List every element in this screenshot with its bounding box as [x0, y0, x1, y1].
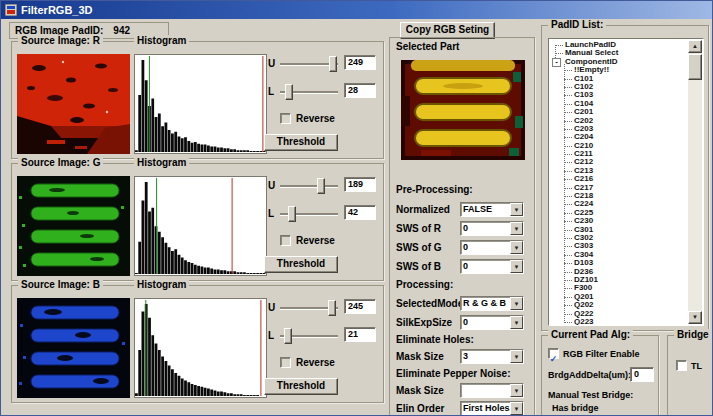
tree-item[interactable]: Q223 [561, 318, 686, 326]
u-slider-r[interactable] [280, 56, 338, 72]
chevron-down-icon[interactable]: ▼ [510, 260, 523, 273]
scroll-thumb[interactable] [688, 54, 702, 80]
eliminate-pepper-title: Eliminate Pepper Noise: [396, 368, 510, 379]
u-value-field-b[interactable]: 245 [344, 299, 376, 314]
histogram-g [134, 176, 267, 276]
chevron-down-icon[interactable]: ▼ [510, 402, 523, 415]
slider-thumb[interactable] [328, 300, 336, 316]
selected-part-panel: Selected Part Pre-Processing: Normalized… [389, 37, 535, 416]
slider-thumb[interactable] [317, 178, 325, 194]
chevron-down-icon[interactable]: ▼ [510, 316, 523, 329]
mask-size-holes-value: 3 [463, 351, 468, 361]
padid-tree-inner: LaunchPadIDManual Select-ComponentID!!Em… [552, 41, 686, 325]
source-image-b-caption: Source Image: B [18, 279, 103, 290]
l-slider-g[interactable] [280, 206, 338, 222]
l-slider-label: L [268, 330, 274, 341]
normalized-label: Normalized [396, 204, 450, 215]
tl-checkbox[interactable] [676, 360, 687, 371]
normalized-value: FALSE [463, 204, 492, 214]
mask-size-holes-label: Mask Size [396, 351, 444, 362]
sws-g-select[interactable]: 0 ▼ [460, 240, 524, 255]
selected-part-image [401, 60, 525, 160]
window-title: FilterRGB_3D [21, 4, 93, 16]
threshold-button-b[interactable]: Threshold [264, 378, 338, 395]
has-bridge-value: Has bridge [552, 403, 599, 413]
slider-track[interactable] [280, 185, 338, 188]
selected-mode-label: SelectedMode [396, 298, 463, 309]
normalized-select[interactable]: FALSE ▼ [460, 202, 524, 217]
pad-id-list-group: PadID List: LaunchPadIDManual Select-Com… [541, 25, 709, 331]
source-image-r-caption: Source Image: R [18, 35, 103, 46]
u-slider-g[interactable] [280, 178, 338, 194]
chevron-down-icon[interactable]: ▼ [510, 350, 523, 363]
mask-size-pepper-select[interactable]: ▼ [460, 383, 524, 398]
source-image-g-group: Source Image: G Histogram [11, 163, 384, 281]
sws-g-value: 0 [463, 242, 468, 252]
bridge-delta-field[interactable]: 0 [630, 367, 654, 382]
preprocessing-title: Pre-Processing: [396, 184, 473, 195]
tl-label: TL [691, 361, 702, 371]
pad-id-list-caption: PadID List: [548, 19, 606, 30]
bridge-group: Bridge TL [667, 335, 713, 416]
source-image-r [17, 54, 130, 154]
histogram-bars [135, 182, 266, 274]
selected-mode-select[interactable]: R & G & B ▼ [460, 296, 524, 311]
source-image-g-caption: Source Image: G [18, 157, 103, 168]
sws-b-select[interactable]: 0 ▼ [460, 259, 524, 274]
u-slider-b[interactable] [280, 300, 338, 316]
l-slider-label: L [268, 86, 274, 97]
selected-mode-value: R & G & B [463, 298, 506, 308]
sws-r-value: 0 [463, 223, 468, 233]
l-slider-r[interactable] [280, 84, 338, 100]
chevron-down-icon[interactable]: ▼ [510, 384, 523, 397]
sws-r-select[interactable]: 0 ▼ [460, 221, 524, 236]
chevron-down-icon[interactable]: ▼ [510, 241, 523, 254]
current-pad-alg-caption: Current Pad Alg: [548, 329, 633, 340]
current-pad-alg-group: Current Pad Alg: RGB Filter Enable BrdgA… [541, 335, 659, 416]
histogram-r [134, 54, 267, 154]
elin-order-select[interactable]: First Holes, ▼ [460, 401, 524, 416]
sws-r-label: SWS of R [396, 223, 441, 234]
reverse-label: Reverse [296, 113, 335, 124]
l-slider-label: L [268, 208, 274, 219]
l-value-field-g[interactable]: 42 [344, 205, 376, 220]
l-slider-b[interactable] [280, 328, 338, 344]
scroll-up-button[interactable]: ▲ [688, 40, 702, 53]
silk-exp-size-select[interactable]: 0 ▼ [460, 315, 524, 330]
threshold-button-g[interactable]: Threshold [264, 256, 338, 273]
l-value-field-b[interactable]: 21 [344, 327, 376, 342]
chevron-down-icon[interactable]: ▼ [510, 297, 523, 310]
title-bar: FilterRGB_3D [1, 1, 712, 19]
filter-rgb-window: FilterRGB_3D RGB Image PadID: 942 Copy R… [0, 0, 713, 416]
scroll-down-button[interactable]: ▼ [688, 311, 702, 324]
slider-thumb[interactable] [329, 56, 337, 72]
selected-part-caption: Selected Part [396, 41, 459, 52]
u-slider-label: U [268, 58, 275, 69]
histogram-r-caption: Histogram [134, 35, 189, 46]
slider-thumb[interactable] [288, 206, 296, 222]
elin-order-value: First Holes, [463, 403, 512, 413]
reverse-checkbox-b[interactable] [280, 357, 291, 368]
manual-test-bridge-label: Manual Test Bridge: [548, 390, 633, 400]
tree-item[interactable]: -ComponentID [552, 58, 686, 66]
sws-b-label: SWS of B [396, 261, 441, 272]
u-value-field-r[interactable]: 249 [344, 55, 376, 70]
chevron-down-icon[interactable]: ▼ [510, 203, 523, 216]
padid-tree[interactable]: LaunchPadIDManual Select-ComponentID!!Em… [548, 38, 704, 326]
u-value-field-g[interactable]: 189 [344, 177, 376, 192]
slider-thumb[interactable] [284, 328, 292, 344]
elin-order-label: Elin Order [396, 403, 444, 414]
tree-scrollbar[interactable]: ▲ ▼ [688, 40, 702, 324]
slider-thumb[interactable] [285, 84, 293, 100]
chevron-down-icon[interactable]: ▼ [510, 222, 523, 235]
l-value-field-r[interactable]: 28 [344, 83, 376, 98]
rgb-filter-checkbox[interactable] [548, 348, 559, 359]
u-slider-label: U [268, 302, 275, 313]
reverse-checkbox-r[interactable] [280, 113, 291, 124]
reverse-checkbox-g[interactable] [280, 235, 291, 246]
collapse-icon[interactable]: - [552, 58, 561, 67]
histogram-b [134, 298, 267, 398]
mask-size-holes-select[interactable]: 3 ▼ [460, 349, 524, 364]
app-icon [5, 4, 17, 16]
threshold-button-r[interactable]: Threshold [264, 134, 338, 151]
